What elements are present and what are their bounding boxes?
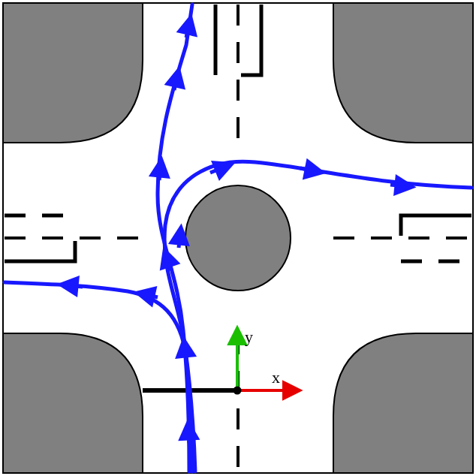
svg-line-5	[188, 429, 189, 443]
svg-line-6	[185, 347, 186, 360]
origin-point	[233, 387, 242, 395]
diagram-svg	[0, 0, 476, 476]
roundabout-diagram: x y	[0, 0, 476, 476]
svg-line-14	[390, 185, 405, 186]
svg-line-8	[159, 167, 161, 180]
center-island	[185, 185, 291, 291]
svg-line-16	[68, 285, 83, 287]
svg-line-11	[179, 234, 180, 248]
